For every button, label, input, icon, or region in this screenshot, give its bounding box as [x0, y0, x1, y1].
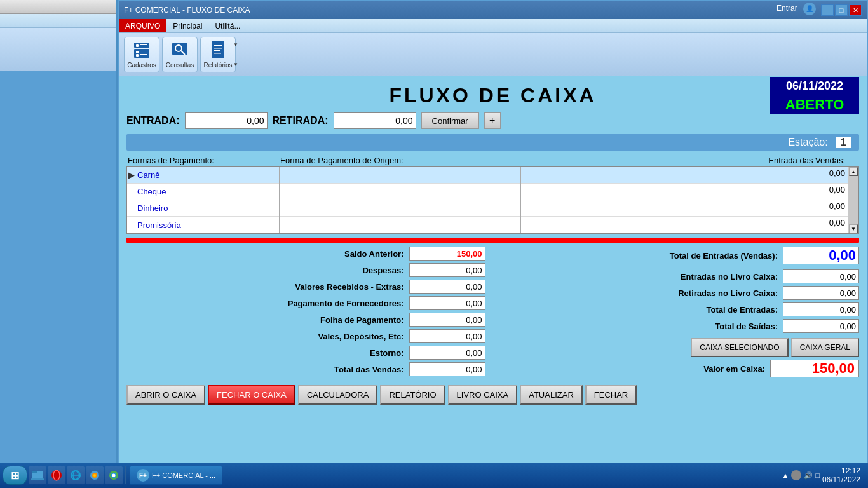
caixa-geral-button[interactable]: CAIXA GERAL	[791, 338, 859, 357]
app-titlebar: F+ COMERCIAL - FLUXO DE CAIXA ? — □ ✕	[119, 1, 867, 19]
confirmar-button[interactable]: Confirmar	[421, 112, 479, 129]
atualizar-button[interactable]: ATUALIZAR	[520, 385, 583, 405]
tray-screen-icon[interactable]: □	[815, 471, 820, 479]
station-label: Estação:	[788, 137, 827, 147]
retirada-input[interactable]	[334, 112, 416, 129]
taskbar-running-apps: F+ F+ COMERCIAL - ...	[130, 466, 775, 485]
scroll-down-btn[interactable]: ▼	[849, 224, 858, 233]
caixa-selecionado-button[interactable]: CAIXA SELECIONADO	[691, 338, 788, 357]
taskbar: ⊞ F+ F+ COMERCIAL - ... ▲ 🔊 □ 12:1	[0, 463, 868, 488]
chrome-icon[interactable]	[105, 466, 123, 484]
header-formas: Formas de Pagamento:	[128, 156, 280, 165]
entradas-livro-input[interactable]	[783, 269, 859, 283]
despesas-input[interactable]	[409, 263, 485, 277]
total-vendas-label: Total das Vendas:	[334, 365, 404, 374]
arrow-placeholder: ▶	[128, 187, 135, 196]
stats-right-col: Total de Entradas (Vendas): 0,00 Entrada…	[501, 247, 860, 380]
row-carne[interactable]: ▶ Carnê	[127, 167, 279, 184]
fplus-icon: F+	[137, 469, 149, 482]
svg-rect-14	[214, 50, 220, 51]
plus-button[interactable]: +	[484, 112, 501, 129]
svg-rect-13	[214, 48, 222, 49]
saldo-anterior-label: Saldo Anterior:	[344, 249, 403, 259]
valor-caixa-row: Valor em Caixa: 150,00	[501, 360, 860, 377]
saldo-anterior-row: Saldo Anterior:	[126, 247, 485, 261]
total-vendas-input[interactable]	[409, 362, 485, 376]
firefox-icon[interactable]	[86, 466, 104, 484]
date-display: 06/11/2022	[770, 77, 859, 95]
retiradas-livro-input[interactable]	[783, 286, 859, 300]
toolbar-cadastros-label: Cadastros	[127, 62, 156, 69]
tray-network-icon[interactable]	[791, 470, 801, 480]
consultas-dropdown-arrow[interactable]: ▼	[233, 62, 238, 67]
minimize-button[interactable]: —	[821, 4, 834, 16]
valores-recebidos-row: Valores Recebidos - Extras:	[126, 280, 485, 294]
total-entradas-input[interactable]	[783, 302, 859, 316]
toolbar-relatorios[interactable]: Relatórios	[200, 37, 236, 72]
origem-dinheiro[interactable]	[280, 200, 520, 217]
tray-arrow[interactable]: ▲	[782, 471, 789, 479]
svg-rect-17	[32, 471, 37, 473]
svg-rect-6	[140, 51, 147, 51]
entrada-cheque: 0,00	[521, 184, 848, 200]
report-icon	[208, 40, 228, 60]
svg-rect-3	[136, 51, 139, 53]
fechar-caixa-button[interactable]: FECHAR O CAIXA	[208, 385, 295, 405]
cadastros-dropdown-arrow[interactable]: ▼	[233, 42, 238, 48]
row-promissoria[interactable]: ▶ Promissória	[127, 217, 279, 233]
ie-icon[interactable]	[67, 466, 85, 484]
origem-dinheiro-input[interactable]	[282, 201, 518, 211]
maximize-button[interactable]: □	[835, 4, 848, 16]
origem-promissoria[interactable]	[280, 217, 520, 233]
abrir-caixa-button[interactable]: ABRIR O CAIXA	[126, 385, 205, 405]
tray-time: 12:12 06/11/2022	[822, 466, 860, 484]
row-dinheiro[interactable]: ▶ Dinheiro	[127, 200, 279, 217]
arrow-placeholder2: ▶	[128, 203, 135, 213]
explorer-icon[interactable]	[29, 466, 46, 484]
entrada-dinheiro: 0,00	[521, 200, 848, 217]
estorno-label: Estorno:	[370, 348, 403, 358]
valores-recebidos-input[interactable]	[409, 280, 485, 294]
titlebar-controls: ? — □ ✕	[810, 4, 862, 16]
svg-rect-12	[214, 45, 222, 46]
fplus-taskbar-item[interactable]: F+ F+ COMERCIAL - ...	[130, 466, 222, 485]
promissoria-label: Promissória	[137, 220, 181, 230]
calculadora-button[interactable]: CALCULADORA	[298, 385, 378, 405]
estorno-input[interactable]	[409, 346, 485, 360]
origem-carne-input[interactable]	[282, 168, 518, 178]
vales-input[interactable]	[409, 329, 485, 343]
scroll-up-btn[interactable]: ▲	[849, 167, 858, 176]
opera-icon[interactable]	[48, 466, 65, 484]
sidebar-titlebar	[0, 0, 116, 14]
menu-utilitarios[interactable]: Utilitá...	[208, 19, 247, 32]
start-button[interactable]: ⊞	[3, 466, 27, 485]
origem-cheque[interactable]	[280, 184, 520, 200]
tray-volume-icon[interactable]: 🔊	[804, 471, 813, 480]
toolbar-cadastros[interactable]: Cadastros	[124, 37, 159, 72]
saldo-anterior-input[interactable]	[409, 247, 485, 261]
entrada-input[interactable]	[185, 112, 268, 129]
menu-arquivo[interactable]: ARQUIVO	[119, 19, 166, 32]
valores-recebidos-label: Valores Recebidos - Extras:	[295, 282, 403, 292]
despesas-label: Despesas:	[362, 266, 403, 275]
toolbar-consultas[interactable]: Consultas	[162, 37, 198, 72]
fechar-button[interactable]: FECHAR	[585, 385, 637, 405]
relatorio-button[interactable]: RELATÓRIO	[380, 385, 445, 405]
svg-point-29	[112, 474, 116, 477]
col-origem	[280, 167, 521, 233]
station-number: 1	[836, 137, 851, 148]
total-saidas-input[interactable]	[783, 319, 859, 333]
total-vendas-row: Total das Vendas:	[126, 362, 485, 376]
svg-rect-5	[140, 44, 147, 45]
origem-cheque-input[interactable]	[282, 185, 518, 194]
folha-pagamento-input[interactable]	[409, 313, 485, 327]
menu-principal[interactable]: Principal	[166, 19, 208, 32]
app-window: F+ COMERCIAL - FLUXO DE CAIXA ? — □ ✕ En…	[118, 0, 868, 475]
close-button[interactable]: ✕	[849, 4, 862, 16]
origem-promissoria-input[interactable]	[282, 218, 518, 227]
origem-carne[interactable]	[280, 167, 520, 184]
pagamento-fornecedores-input[interactable]	[409, 296, 485, 310]
livro-caixa-button[interactable]: LIVRO CAIXA	[448, 385, 518, 405]
table-scrollbar[interactable]: ▲ ▼	[848, 167, 858, 233]
row-cheque[interactable]: ▶ Cheque	[127, 184, 279, 200]
